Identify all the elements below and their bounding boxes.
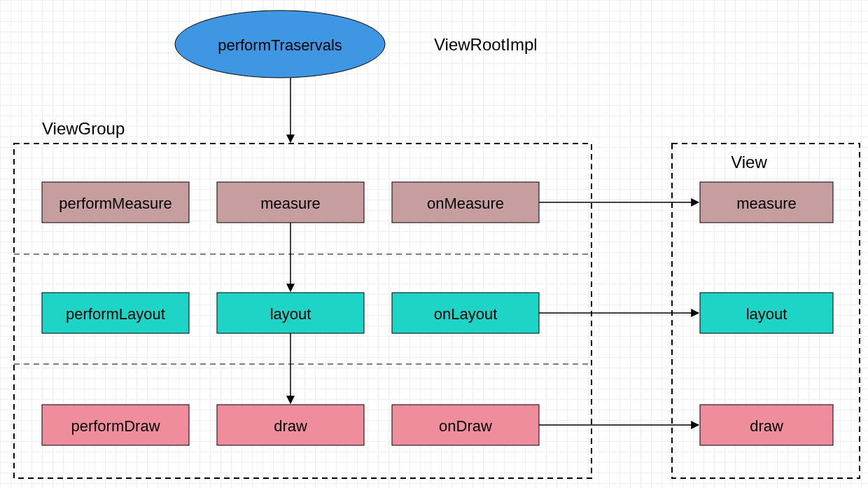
node-ondraw-label: onDraw [439, 417, 492, 435]
node-draw-view-label: draw [750, 417, 783, 435]
node-measure-vg-label: measure [260, 195, 321, 212]
node-measure-view-label: measure [736, 195, 797, 212]
label-viewrootimpl: ViewRootImpl [434, 35, 538, 54]
diagram-canvas: performTraservals ViewRootImpl ViewGroup… [0, 0, 868, 488]
node-performmeasure-label: performMeasure [59, 195, 172, 212]
node-onmeasure-label: onMeasure [427, 195, 504, 212]
node-onlayout-label: onLayout [434, 305, 498, 323]
node-draw-vg-label: draw [274, 417, 307, 435]
node-performdraw-label: performDraw [71, 417, 160, 435]
node-performlayout-label: performLayout [66, 305, 165, 323]
node-performtraservals-label: performTraservals [218, 36, 342, 54]
label-viewgroup: ViewGroup [42, 119, 125, 138]
node-layout-view-label: layout [746, 305, 788, 323]
label-view: View [731, 153, 767, 172]
node-layout-vg-label: layout [270, 305, 312, 323]
